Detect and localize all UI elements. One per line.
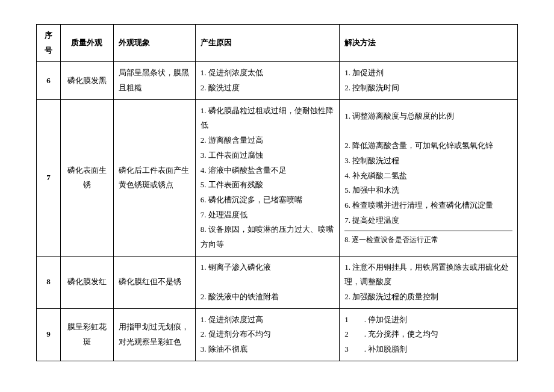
header-row: 序号 质量外观 外观现象 产生原因 解决方法 xyxy=(37,25,518,62)
solution-item: 5. 加强中和水洗 xyxy=(344,183,512,198)
cause-item: 2. 游离酸含量过高 xyxy=(201,133,335,148)
cell-quality: 磷化膜发红 xyxy=(60,256,113,308)
solution-item: 2. 降低游离酸含量，可加氧化锌或氢氧化锌 xyxy=(344,138,512,154)
header-cause: 产生原因 xyxy=(195,25,340,62)
cell-seq: 6 xyxy=(37,62,61,99)
header-seq: 序号 xyxy=(37,25,61,62)
solution-footer: 8. 逐一检查设备是否运行正常 xyxy=(344,231,512,247)
cell-quality: 磷化膜发黑 xyxy=(60,62,113,99)
solution-item: 7. 提高处理温度 xyxy=(344,213,512,228)
solution-item: 6. 检查喷嘴并进行清理，检查磷化槽沉淀量 xyxy=(344,198,512,213)
cause-item: 2. 酸洗过度 xyxy=(201,81,335,96)
cause-item: 5. 工件表面有残酸 xyxy=(201,178,335,193)
table-row: 8磷化膜发红磷化膜红但不是锈1. 铜离子渗入磷化液 2. 酸洗液中的铁渣附着1.… xyxy=(37,256,518,308)
solution-item: 2 . 充分搅拌，使之均匀 xyxy=(344,327,512,342)
cell-phenomenon: 用指甲划过无划痕，对光观察呈彩虹色 xyxy=(113,308,195,361)
solution-item: 1. 加促进剂 xyxy=(344,66,512,81)
solution-item: 4. 补充磷酸二氢盐 xyxy=(344,169,512,184)
cause-item: 7. 处理温度低 xyxy=(201,208,335,223)
cause-item: 6. 磷化槽沉淀多，已堵塞喷嘴 xyxy=(201,193,335,208)
header-quality: 质量外观 xyxy=(60,25,113,62)
cell-solution: 1. 注意不用铜挂具，用铁屑置换除去或用硫化处理，调整酸度2. 加强酸洗过程的质… xyxy=(340,256,518,308)
table-row: 9膜呈彩虹花斑用指甲划过无划痕，对光观察呈彩虹色1. 促进剂浓度过高2. 促进剂… xyxy=(37,308,518,361)
table-row: 6磷化膜发黑局部呈黑条状，膜黑且粗糙1. 促进剂浓度太低2. 酸洗过度1. 加促… xyxy=(37,62,518,99)
cause-item: 2. 促进剂分布不均匀 xyxy=(201,327,335,342)
solution-item: 3 . 补加脱脂剂 xyxy=(344,342,512,357)
solution-item: 3. 控制酸洗过程 xyxy=(344,154,512,169)
solution-item: 1. 调整游离酸度与总酸度的比例 xyxy=(344,109,512,124)
cell-solution: 1. 调整游离酸度与总酸度的比例 2. 降低游离酸含量，可加氧化锌或氢氧化锌3.… xyxy=(340,99,518,256)
table-body: 6磷化膜发黑局部呈黑条状，膜黑且粗糙1. 促进剂浓度太低2. 酸洗过度1. 加促… xyxy=(37,62,518,361)
solution-item: 1 . 停加促进剂 xyxy=(344,313,512,328)
cause-item: 1. 促进剂浓度过高 xyxy=(201,313,335,328)
cell-cause: 1. 促进剂浓度太低2. 酸洗过度 xyxy=(195,62,340,99)
cell-seq: 8 xyxy=(37,256,61,308)
solution-item: 1. 注意不用铜挂具，用铁屑置换除去或用硫化处理，调整酸度 xyxy=(344,260,512,290)
cell-solution: 1 . 停加促进剂2 . 充分搅拌，使之均匀3 . 补加脱脂剂 xyxy=(340,308,518,361)
cell-phenomenon: 局部呈黑条状，膜黑且粗糙 xyxy=(113,62,195,99)
header-phenomenon: 外观现象 xyxy=(113,25,195,62)
cause-item: 1. 磷化膜晶粒过粗或过细，使耐蚀性降低 xyxy=(201,104,335,133)
cell-seq: 7 xyxy=(37,99,61,256)
cause-item xyxy=(201,275,335,290)
cell-cause: 1. 铜离子渗入磷化液 2. 酸洗液中的铁渣附着 xyxy=(195,256,340,308)
cause-item: 4. 溶液中磷酸盐含量不足 xyxy=(201,163,335,178)
cause-item: 3. 工件表面过腐蚀 xyxy=(201,148,335,163)
cell-phenomenon: 磷化后工件表面产生黄色锈斑或锈点 xyxy=(113,99,195,256)
cell-quality: 膜呈彩虹花斑 xyxy=(60,308,113,361)
cell-quality: 磷化表面生锈 xyxy=(60,99,113,256)
cause-item: 8. 设备原因，如喷淋的压力过大、喷嘴方向等 xyxy=(201,222,335,252)
cause-item: 1. 促进剂浓度太低 xyxy=(201,66,335,81)
table-row: 7磷化表面生锈磷化后工件表面产生黄色锈斑或锈点1. 磷化膜晶粒过粗或过细，使耐蚀… xyxy=(37,99,518,256)
cell-cause: 1. 促进剂浓度过高2. 促进剂分布不均匀3. 除油不彻底 xyxy=(195,308,340,361)
defect-table: 序号 质量外观 外观现象 产生原因 解决方法 6磷化膜发黑局部呈黑条状，膜黑且粗… xyxy=(36,24,518,361)
solution-item xyxy=(344,124,512,139)
cell-solution: 1. 加促进剂2. 控制酸洗时间 xyxy=(340,62,518,99)
cause-item: 3. 除油不彻底 xyxy=(201,342,335,357)
cell-phenomenon: 磷化膜红但不是锈 xyxy=(113,256,195,308)
solution-item: 2. 加强酸洗过程的质量控制 xyxy=(344,290,512,305)
cell-seq: 9 xyxy=(37,308,61,361)
cause-item: 2. 酸洗液中的铁渣附着 xyxy=(201,290,335,305)
header-solution: 解决方法 xyxy=(340,25,518,62)
cause-item: 1. 铜离子渗入磷化液 xyxy=(201,260,335,275)
cell-cause: 1. 磷化膜晶粒过粗或过细，使耐蚀性降低2. 游离酸含量过高3. 工件表面过腐蚀… xyxy=(195,99,340,256)
solution-item: 2. 控制酸洗时间 xyxy=(344,81,512,96)
